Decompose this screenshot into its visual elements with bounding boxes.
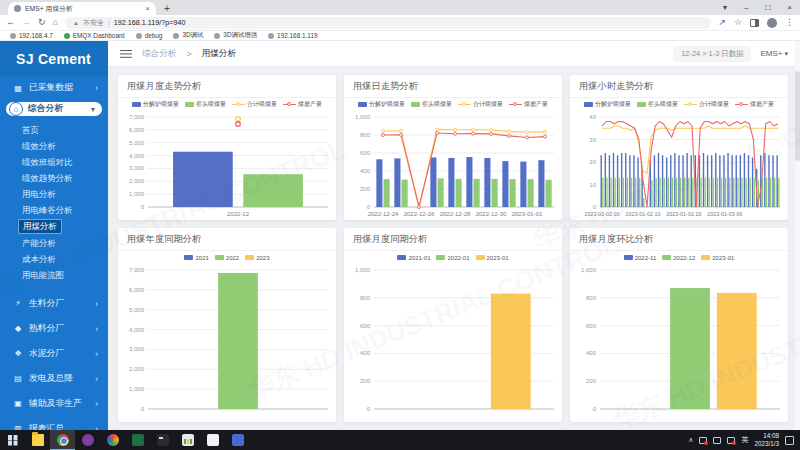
bookmark-item[interactable]: EMQX Dashboard [64, 32, 125, 39]
sidebar-subitem[interactable]: 首页 [0, 122, 108, 138]
bookmark-star-icon[interactable]: ☆ [734, 18, 742, 27]
browser-address-bar: ← → ↻ ⌂ ▲ 不安全 | 192.168.1.119/?p=940 ↗ ☆… [0, 15, 800, 31]
sidebar-item-collected-data[interactable]: ▦ 已采集数据 › [0, 76, 108, 100]
user-menu[interactable]: EMS+ ▾ [760, 49, 788, 58]
tray-volume-icon[interactable] [727, 437, 735, 444]
legend-item[interactable]: 2022-01 [436, 255, 469, 261]
hamburger-menu-icon[interactable] [120, 49, 132, 59]
sidebar-subitem[interactable]: 产能分析 [0, 235, 108, 251]
taskbar-excel-button[interactable] [125, 430, 150, 450]
legend-item[interactable]: 煤磨产量 [283, 100, 322, 109]
tray-date-label: 2023/1/3 [754, 440, 779, 447]
taskbar-app-purple-button[interactable] [75, 430, 100, 450]
chart-legend: 2021-012022-012023-01 [344, 251, 562, 264]
legend-item[interactable]: 窑头喂煤量 [185, 100, 226, 109]
scrollbar[interactable] [795, 41, 800, 430]
sidebar-subitem[interactable]: 用电峰谷分析 [0, 202, 108, 218]
sidebar-item-label: 发电及总降 [29, 373, 89, 385]
sidebar-subitem[interactable]: 用煤分析 [18, 219, 62, 234]
tray-app-icon[interactable] [699, 437, 707, 444]
legend-item[interactable]: 合计喂煤量 [232, 100, 277, 109]
legend-item[interactable]: 合计喂煤量 [458, 100, 503, 109]
browser-tab[interactable]: EMS+ 用煤分析 × [8, 2, 156, 15]
date-range-button[interactable]: 12-24 > 1-3 日数据 [673, 46, 751, 62]
legend-item[interactable]: 2021 [184, 255, 208, 261]
sidebar-subitem[interactable]: 用电分析 [0, 186, 108, 202]
sidebar-subitem[interactable]: 用电能流图 [0, 267, 108, 283]
back-icon[interactable]: ← [6, 18, 15, 27]
sidebar-subitem[interactable]: 成本分析 [0, 251, 108, 267]
legend-item[interactable]: 分解炉喂煤量 [584, 100, 631, 109]
taskbar-start-button[interactable] [0, 430, 25, 450]
taskbar-terminal-button[interactable] [150, 430, 175, 450]
home-icon[interactable]: ⌂ [53, 18, 58, 27]
security-label[interactable]: 不安全 [83, 18, 104, 28]
separator: | [108, 19, 110, 26]
legend-item[interactable]: 2021-01 [397, 255, 430, 261]
tray-language-indicator[interactable]: 英 [741, 435, 748, 445]
profile-avatar[interactable] [767, 18, 777, 28]
legend-item[interactable]: 2023-01 [701, 255, 734, 261]
sidebar-section[interactable]: ⚡生料分厂› [0, 291, 108, 316]
tray-clock[interactable]: 14:08 2023/1/3 [754, 432, 779, 448]
legend-item[interactable]: 2022 [215, 255, 239, 261]
share-icon[interactable]: ↗ [718, 18, 726, 27]
sidebar-subitem[interactable]: 绩效分析 [0, 138, 108, 154]
window-minimize-button[interactable]: – [744, 4, 748, 12]
tray-monitor-icon[interactable] [713, 437, 721, 444]
legend-label: 2021 [195, 255, 208, 261]
tab-search-icon[interactable]: ▾ [723, 4, 727, 12]
taskbar-app-blue-button[interactable] [225, 430, 250, 450]
taskbar-app-chart-button[interactable] [175, 430, 200, 450]
bookmark-item[interactable]: 3D调试 [173, 31, 203, 40]
side-panel-icon[interactable] [750, 19, 759, 27]
sidebar-subitem[interactable]: 绩效班组对比 [0, 154, 108, 170]
legend-item[interactable]: 2022-12 [662, 255, 695, 261]
new-tab-button[interactable]: + [164, 3, 170, 14]
legend-item[interactable]: 合计喂煤量 [684, 100, 729, 109]
legend-swatch [684, 101, 697, 108]
sidebar-section[interactable]: ❖水泥分厂› [0, 341, 108, 366]
sidebar-item-comprehensive-analysis[interactable]: ⌂ 综合分析 ▾ [6, 102, 102, 116]
legend-swatch [476, 255, 485, 260]
taskbar-explorer-button[interactable] [25, 430, 50, 450]
legend-item[interactable]: 分解炉喂煤量 [132, 100, 179, 109]
legend-item[interactable]: 窑头喂煤量 [411, 100, 452, 109]
bookmark-item[interactable]: 3D调试增强 [214, 31, 257, 40]
sidebar-subitem[interactable]: 绩效趋势分析 [0, 170, 108, 186]
section-icon: ❖ [13, 349, 23, 358]
sidebar-section[interactable]: ◆熟料分厂› [0, 316, 108, 341]
sidebar-section[interactable]: ▤发电及总降› [0, 366, 108, 391]
chart-card: 用煤日走势分析 分解炉喂煤量窑头喂煤量合计喂煤量煤磨产量 02004006008… [344, 75, 562, 220]
url-input[interactable]: ▲ 不安全 | 192.168.1.119/?p=940 [65, 17, 711, 29]
window-close-button[interactable]: × [787, 4, 792, 12]
tray-expand-icon[interactable]: ∧ [688, 436, 693, 444]
breadcrumb-root[interactable]: 综合分析 [142, 48, 176, 60]
legend-item[interactable]: 2022-11 [624, 255, 657, 261]
chart-plot: 02004006008001,000 [570, 264, 788, 422]
legend-item[interactable]: 煤磨产量 [735, 100, 774, 109]
forward-icon[interactable]: → [22, 18, 31, 27]
window-maximize-button[interactable]: □ [765, 4, 770, 12]
legend-item[interactable]: 煤磨产量 [509, 100, 548, 109]
legend-item[interactable]: 分解炉喂煤量 [358, 100, 405, 109]
reload-icon[interactable]: ↻ [38, 18, 46, 27]
bookmark-item[interactable]: debug [136, 32, 163, 39]
browser-menu-icon[interactable]: ⋮ [785, 18, 794, 27]
tab-close-icon[interactable]: × [145, 5, 150, 13]
sidebar-section[interactable]: ▣辅助及非生产› [0, 391, 108, 416]
scrollbar-thumb[interactable] [795, 71, 800, 161]
bookmark-item[interactable]: 192.168.4.7 [10, 32, 53, 39]
taskbar-app-doc-button[interactable] [200, 430, 225, 450]
taskbar-app-rainbow-button[interactable] [100, 430, 125, 450]
legend-item[interactable]: 2023-01 [476, 255, 509, 261]
taskbar-chrome-button[interactable] [50, 430, 75, 450]
page-url[interactable]: 192.168.1.119/?p=940 [114, 18, 186, 27]
sidebar-section[interactable]: ▥报表汇总› [0, 416, 108, 430]
bookmark-label: 192.168.1.119 [277, 32, 317, 39]
legend-item[interactable]: 2023 [245, 255, 269, 261]
svg-text:6,000: 6,000 [129, 287, 145, 293]
legend-item[interactable]: 窑头喂煤量 [637, 100, 678, 109]
notification-center-icon[interactable] [785, 436, 794, 445]
bookmark-item[interactable]: 192.168.1.119 [268, 32, 317, 39]
